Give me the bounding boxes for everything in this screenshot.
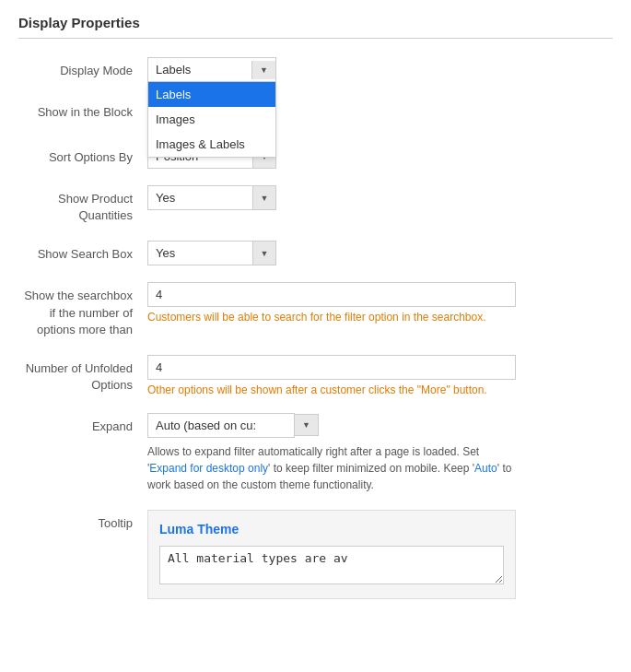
searchbox-threshold-label: Show the searchbox if the number of opti…	[18, 282, 147, 338]
show-in-block-label: Show in the Block	[18, 99, 147, 121]
show-product-quantities-select-wrapper: Yes No	[147, 185, 276, 210]
sort-options-row: Sort Options By Position Name Count	[18, 144, 613, 169]
expand-select-wrapper	[147, 413, 613, 438]
unfolded-options-hint: Other options will be shown after a cust…	[147, 383, 613, 396]
tooltip-control: Luma Theme	[147, 510, 613, 599]
page-title: Display Properties	[18, 15, 613, 30]
page-container: Display Properties Display Mode Labels L…	[0, 0, 631, 631]
display-mode-option-images[interactable]: Images	[148, 107, 275, 132]
searchbox-threshold-row: Show the searchbox if the number of opti…	[18, 282, 613, 338]
display-mode-list: Labels Images Images & Labels	[147, 82, 276, 158]
tooltip-row: Tooltip Luma Theme	[18, 510, 613, 599]
display-mode-value: Labels	[156, 63, 191, 77]
tooltip-theme-name: Luma Theme	[159, 522, 504, 536]
sort-options-label: Sort Options By	[18, 144, 147, 166]
expand-hint-link-desktop: Expand for desktop only	[149, 462, 268, 475]
display-mode-option-labels[interactable]: Labels	[148, 82, 275, 107]
unfolded-options-label: Number of Unfolded Options	[18, 355, 147, 394]
show-product-quantities-row: Show Product Quantities Yes No	[18, 185, 613, 224]
expand-hint-link-auto: Auto	[474, 462, 497, 475]
show-product-quantities-select[interactable]: Yes No	[147, 185, 276, 210]
tooltip-label: Tooltip	[18, 510, 147, 532]
searchbox-threshold-input[interactable]	[147, 282, 516, 307]
expand-arrow-button[interactable]	[295, 414, 319, 436]
display-mode-trigger[interactable]: Labels	[147, 57, 276, 82]
show-search-box-label: Show Search Box	[18, 241, 147, 263]
unfolded-options-input[interactable]	[147, 355, 516, 380]
show-search-box-row: Show Search Box Yes No	[18, 241, 613, 265]
display-mode-control: Labels Labels Images Images & Labels	[147, 57, 613, 82]
expand-select-input[interactable]	[147, 413, 295, 438]
display-mode-label: Display Mode	[18, 57, 147, 79]
unfolded-options-row: Number of Unfolded Options Other options…	[18, 355, 613, 396]
show-search-box-select-wrapper: Yes No	[147, 241, 276, 265]
display-mode-dropdown[interactable]: Labels Labels Images Images & Labels	[147, 57, 276, 82]
show-in-block-row: Show in the Block Sidebar Main Content B…	[18, 99, 613, 127]
show-search-box-select[interactable]: Yes No	[147, 241, 276, 265]
unfolded-options-control: Other options will be shown after a cust…	[147, 355, 613, 396]
expand-control: Allows to expand filter automatically ri…	[147, 413, 613, 493]
show-product-quantities-label: Show Product Quantities	[18, 185, 147, 224]
show-search-box-control: Yes No	[147, 241, 613, 265]
display-mode-option-images-labels[interactable]: Images & Labels	[148, 132, 275, 157]
display-mode-arrow[interactable]	[251, 61, 275, 79]
section-divider	[18, 38, 613, 39]
tooltip-inner: Luma Theme	[147, 510, 516, 599]
expand-hint: Allows to expand filter automatically ri…	[147, 443, 516, 493]
expand-label: Expand	[18, 413, 147, 435]
searchbox-threshold-control: Customers will be able to search for the…	[147, 282, 613, 324]
tooltip-textarea[interactable]	[159, 546, 504, 584]
expand-row: Expand Allows to expand filter automatic…	[18, 413, 613, 493]
show-product-quantities-control: Yes No	[147, 185, 613, 210]
searchbox-threshold-hint: Customers will be able to search for the…	[147, 311, 613, 324]
display-mode-row: Display Mode Labels Labels Images Images…	[18, 57, 613, 82]
